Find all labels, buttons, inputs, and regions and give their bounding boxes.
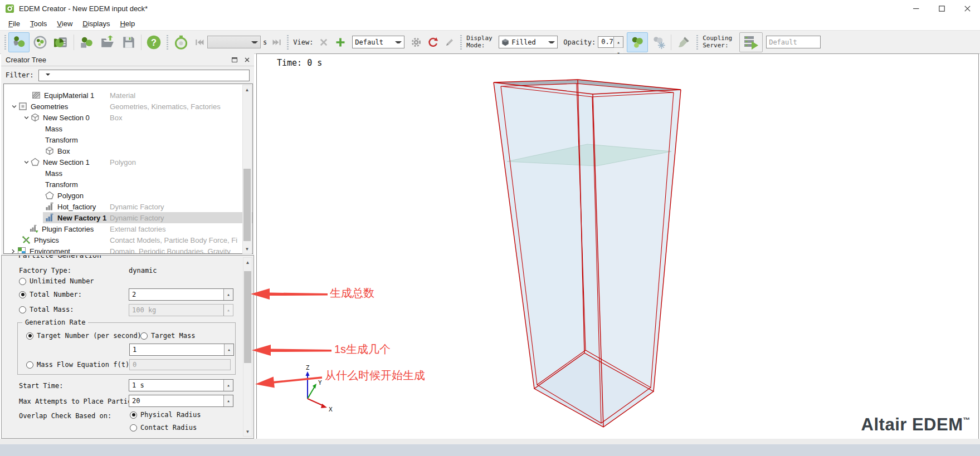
tree-item-mass-0[interactable]: Mass (4, 123, 252, 134)
view-settings-button[interactable] (408, 32, 425, 52)
box-front-right-face (593, 90, 681, 427)
opacity-label: Opacity: (563, 38, 596, 46)
filter-combobox[interactable] (38, 70, 250, 81)
menu-bar: File Tools View Displays Help (0, 17, 980, 30)
save-floppy-icon (121, 35, 136, 50)
filter-row: Filter: (1, 68, 254, 82)
tree-item-environment[interactable]: Environment Domain, Periodic Boundaries,… (4, 246, 252, 254)
chevron-down-icon[interactable] (9, 104, 18, 109)
tree-item-new-section-0[interactable]: New Section 0 Box (4, 112, 252, 123)
help-button[interactable]: ? (143, 32, 164, 52)
properties-scrollbar[interactable]: ▲ ▼ (243, 257, 252, 437)
coupling-server-input[interactable]: Default (766, 36, 821, 48)
menu-help[interactable]: Help (115, 18, 140, 30)
spin-buttons[interactable]: ▲▼ (223, 380, 233, 391)
tree-item-geometries[interactable]: Geometries Geometries, Kinematics, Facto… (4, 101, 252, 112)
toolbar-handle[interactable] (167, 35, 168, 50)
spin-buttons[interactable]: ▲▼ (224, 344, 233, 355)
contact-radius-radio[interactable]: Contact Radius (130, 424, 197, 432)
tree-scrollbar[interactable]: ▲ ▼ (242, 85, 252, 254)
clean-view-button[interactable] (673, 32, 694, 52)
transfer-sections-button[interactable] (76, 32, 97, 52)
tree-item-mass-1[interactable]: Mass (4, 168, 252, 179)
save-button[interactable] (118, 32, 139, 52)
simulator-mode-button[interactable] (30, 32, 51, 52)
tree-item-box[interactable]: Box (4, 145, 252, 156)
chevron-right-icon[interactable] (8, 249, 17, 254)
menu-tools[interactable]: Tools (25, 18, 52, 30)
time-select[interactable] (207, 36, 261, 48)
close-panel-button[interactable] (242, 55, 252, 64)
toolbar-handle[interactable] (287, 35, 289, 50)
window-bottom-edge (0, 439, 980, 444)
toolbar-handle[interactable] (696, 35, 698, 50)
skip-to-start-button[interactable] (192, 32, 207, 52)
physical-radius-radio[interactable]: Physical Radius (130, 411, 201, 419)
radio-off-icon (19, 278, 26, 285)
polygon-section-icon (31, 158, 42, 166)
chevron-down-icon[interactable] (22, 115, 31, 120)
max-attempts-field[interactable]: 20 ▲▼ (129, 395, 233, 407)
spin-buttons[interactable]: ▲▼ (223, 395, 233, 406)
scroll-down-button[interactable]: ▼ (243, 244, 251, 253)
tree-item-transform-1[interactable]: Transform (4, 179, 252, 190)
delete-view-button[interactable] (315, 32, 332, 52)
opacity-spin-buttons[interactable]: ▲▼ (613, 37, 623, 47)
total-mass-radio[interactable]: Total Mass: (19, 306, 74, 313)
add-view-button[interactable] (332, 32, 349, 52)
view-preset-select[interactable]: Default (352, 36, 404, 48)
desktop-strip (0, 444, 980, 456)
chevron-down-icon[interactable] (22, 160, 31, 165)
stopwatch-button[interactable] (170, 32, 192, 52)
reset-view-button[interactable] (425, 32, 441, 52)
menu-file[interactable]: File (3, 18, 25, 30)
scroll-up-button[interactable]: ▲ (243, 85, 251, 94)
display-mode-label: Display Mode: (466, 35, 496, 49)
tree-item-new-section-1[interactable]: New Section 1 Polygon (4, 156, 252, 168)
total-mass-field[interactable]: 100 kg ▲▼ (129, 304, 233, 316)
minimize-button[interactable] (903, 0, 929, 17)
target-mass-radio[interactable]: Target Mass (140, 332, 195, 340)
tree-item-hot-factiory[interactable]: Hot_factiory Dynamic Factory (4, 201, 252, 212)
scrollbar-thumb[interactable] (243, 169, 251, 241)
float-panel-button[interactable] (230, 55, 240, 64)
edit-view-button[interactable] (441, 32, 458, 52)
tree-item-new-factory-1[interactable]: New Factory 1 Dynamic Factory (4, 212, 252, 223)
menu-view[interactable]: View (52, 18, 77, 30)
total-number-radio[interactable]: Total Number: (19, 291, 82, 298)
tree-item-polygon[interactable]: Polygon (4, 190, 252, 201)
tree-item-physics[interactable]: Physics Contact Models, Particle Body Fo… (4, 234, 252, 246)
spin-buttons[interactable]: ▲▼ (223, 305, 233, 316)
target-number-radio[interactable]: Target Number (per second) (26, 332, 142, 340)
tree-item-transform-0[interactable]: Transform (4, 134, 252, 145)
unlimited-number-radio[interactable]: Unlimited Number (19, 277, 94, 285)
show-particles-button[interactable] (627, 32, 648, 52)
freeze-particles-button[interactable] (648, 32, 669, 52)
analyst-mode-button[interactable] (51, 32, 72, 52)
skip-to-end-button[interactable] (269, 32, 285, 52)
creator-mode-button[interactable] (8, 32, 30, 52)
particles-freeze-icon (651, 35, 666, 50)
tree-item-plugin-factories[interactable]: Plugin Factories External factories (4, 223, 252, 234)
open-button[interactable] (97, 32, 118, 52)
scroll-up-button[interactable]: ▲ (243, 258, 252, 267)
scrollbar-thumb[interactable] (244, 271, 251, 363)
tree-item-equipmaterial-1[interactable]: EquipMaterial 1 Material (4, 90, 252, 101)
start-time-field[interactable]: 1 s ▲▼ (129, 379, 233, 391)
spin-buttons[interactable]: ▲▼ (223, 289, 233, 300)
toolbar-handle[interactable] (460, 35, 462, 50)
start-time-label: Start Time: (19, 382, 63, 390)
close-button[interactable] (954, 0, 980, 17)
opacity-spinbox[interactable]: 0.7 ▲▼ (598, 36, 623, 48)
menu-displays[interactable]: Displays (77, 18, 115, 30)
start-coupling-server-button[interactable] (739, 32, 763, 52)
display-mode-select[interactable]: Filled (499, 36, 558, 48)
mass-flow-field[interactable]: 0 (129, 359, 231, 370)
toolbar-handle[interactable] (4, 35, 6, 50)
generation-rate-field[interactable]: 1 ▲▼ (129, 344, 234, 356)
total-number-field[interactable]: 2 ▲▼ (129, 288, 233, 301)
maximize-button[interactable] (929, 0, 954, 17)
creator-tree-panel: Creator Tree Filter: EquipMaterial 1 Mat… (1, 53, 254, 255)
coupling-server-value: Default (769, 38, 797, 46)
scroll-down-button[interactable]: ▼ (243, 427, 252, 436)
